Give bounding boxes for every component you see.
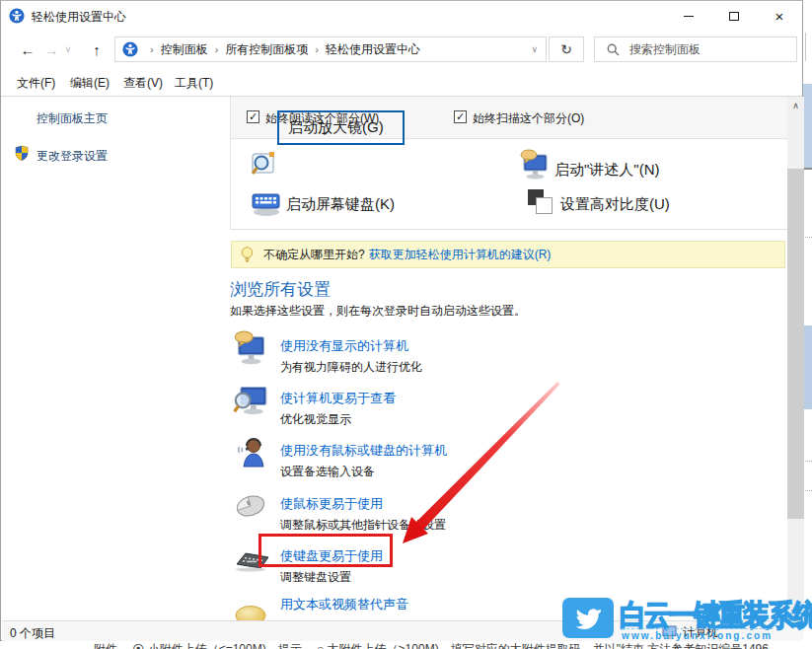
start-magnifier-button[interactable]: 启动放大镜(G) (277, 110, 405, 145)
ease-of-access-window: 轻松使用设置中心 × ← → ∨ ↑ › 控制面板 › 所有控制面板项 (0, 0, 803, 641)
always-scan-checkbox[interactable]: ✓ (454, 110, 467, 123)
monitor-speech-icon (520, 149, 550, 180)
screen: 附件 ⦿ 小附件上传（<=100M)，提示 ○ 大附件上传（>100M)，填写对… (0, 0, 812, 649)
search-icon (607, 43, 620, 56)
menu-file[interactable]: 文件(F) (17, 75, 55, 92)
forward-button[interactable]: → (40, 31, 62, 68)
vertical-scrollbar[interactable]: ∧ ∨ (787, 97, 804, 620)
setting-desc: 调整鼠标或其他指针设备的设置 (280, 517, 446, 534)
sidebar-item-change-signin-settings[interactable]: 更改登录设置 (37, 148, 108, 165)
breadcrumb-all-items[interactable]: 所有控制面板项 (225, 41, 308, 58)
items-count: 0 个项目 (10, 625, 55, 642)
get-recommendations-link[interactable]: 获取更加轻松使用计算机的建议(R) (369, 247, 552, 263)
refresh-icon: ↻ (560, 41, 572, 57)
scrollbar-thumb[interactable] (787, 169, 804, 519)
refresh-button[interactable]: ↻ (549, 36, 584, 62)
ease-of-access-icon (9, 8, 25, 24)
setting-use-computer-without-display[interactable]: 使用没有显示的计算机 (280, 337, 408, 355)
monitor-magnifier-icon (230, 382, 271, 419)
maximize-icon (729, 12, 739, 21)
breadcrumb-separator: › (150, 43, 154, 55)
browse-all-settings-heading: 浏览所有设置 (230, 278, 331, 301)
close-button[interactable]: × (757, 1, 802, 31)
breadcrumb-separator: › (215, 43, 219, 55)
back-button[interactable]: ← (17, 31, 38, 68)
person-headset-icon (230, 434, 271, 471)
magnifier-window-icon (251, 151, 278, 180)
breadcrumb-separator: › (315, 43, 319, 55)
maximize-button[interactable] (711, 1, 757, 31)
background-page-strip: 附件 ⦿ 小附件上传（<=100M)，提示 ○ 大附件上传（>100M)，填写对… (0, 642, 812, 649)
setting-desc: 优化视觉显示 (280, 411, 351, 428)
setting-make-computer-easier-to-see[interactable]: 使计算机更易于查看 (280, 390, 396, 407)
search-box[interactable] (594, 36, 797, 62)
set-high-contrast-button[interactable]: 设置高对比度(U) (560, 195, 670, 214)
lightbulb-icon (241, 247, 254, 263)
menu-tools[interactable]: 工具(T) (175, 75, 213, 92)
history-dropdown-icon[interactable]: ∨ (60, 31, 76, 68)
breadcrumb-ease-of-access[interactable]: 轻松使用设置中心 (326, 41, 420, 58)
tip-text: 不确定从哪里开始? (263, 247, 365, 263)
watermark-url: www.baiyunxitong.com (622, 628, 773, 641)
setting-text-or-visual-for-sounds[interactable]: 用文本或视频替代声音 (280, 596, 408, 613)
onscreen-keyboard-icon (251, 189, 282, 217)
menu-bar: 文件(F) 编辑(E) 查看(V) 工具(T) (1, 68, 802, 97)
menu-edit[interactable]: 编辑(E) (70, 75, 110, 92)
setting-desc: 设置备选输入设备 (280, 464, 375, 480)
setting-desc: 调整键盘设置 (280, 569, 351, 586)
breadcrumb[interactable]: › 控制面板 › 所有控制面板项 › 轻松使用设置中心 ∨ (114, 36, 547, 62)
quick-access-panel: ✓ 始终朗读这个部分(W) ✓ 始终扫描这个部分(O) 启动放大镜(G) (230, 97, 787, 230)
highlight-box (258, 534, 393, 567)
uac-shield-icon (14, 145, 30, 161)
setting-use-computer-without-mouse-keyboard[interactable]: 使用没有鼠标或键盘的计算机 (280, 442, 447, 460)
navigation-bar: ← → ∨ ↑ › 控制面板 › 所有控制面板项 › 轻松使用设置中心 ∨ (1, 31, 802, 68)
minimize-button[interactable] (666, 1, 711, 31)
start-magnifier-label: 启动放大镜(G) (279, 118, 384, 137)
scroll-up-icon[interactable]: ∧ (787, 97, 804, 113)
setting-make-mouse-easier[interactable]: 使鼠标更易于使用 (280, 495, 383, 513)
mouse-icon (230, 487, 271, 525)
monitor-speech-icon (230, 329, 271, 367)
background-window-sliver (803, 0, 812, 649)
always-read-checkbox[interactable]: ✓ (247, 110, 259, 123)
always-scan-label: 始终扫描这个部分(O) (473, 110, 584, 127)
search-input[interactable] (629, 42, 777, 56)
address-dropdown-icon[interactable]: ∨ (531, 44, 538, 54)
title-bar: 轻松使用设置中心 × (1, 1, 802, 31)
sidebar-item-control-panel-home[interactable]: 控制面板主页 (37, 110, 108, 127)
close-icon: × (775, 9, 784, 24)
high-contrast-icon (528, 189, 554, 215)
up-button[interactable]: ↑ (86, 31, 108, 68)
browse-all-settings-subtitle: 如果选择这些设置，则在每次登录时自动启动这些设置。 (230, 303, 526, 320)
window-title: 轻松使用设置中心 (32, 9, 126, 26)
minimize-icon (684, 16, 694, 17)
menu-view[interactable]: 查看(V) (123, 75, 163, 92)
background-text: 附件 ⦿ 小附件上传（<=100M)，提示 ○ 大附件上传（>100M)，填写对… (94, 642, 812, 649)
watermark: 白云一键重装系统 www.baiyunxitong.com (560, 592, 812, 643)
start-onscreen-keyboard-button[interactable]: 启动屏幕键盘(K) (286, 195, 395, 214)
breadcrumb-control-panel[interactable]: 控制面板 (161, 41, 208, 58)
ease-of-access-icon (122, 41, 138, 57)
setting-desc: 为有视力障碍的人进行优化 (280, 359, 422, 376)
start-narrator-button[interactable]: 启动"讲述人"(N) (554, 161, 659, 180)
tip-bar: 不确定从哪里开始? 获取更加轻松使用计算机的建议(R) (231, 241, 785, 268)
watermark-bird-icon (562, 598, 614, 638)
